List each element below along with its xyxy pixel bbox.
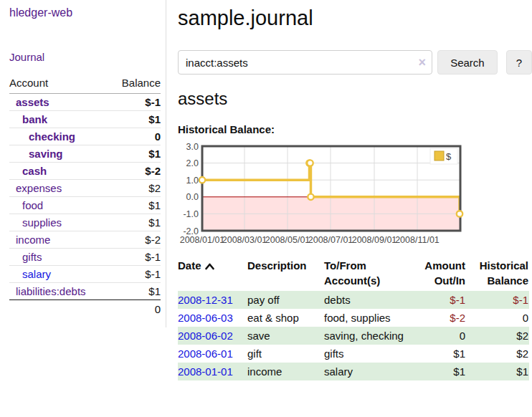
transaction-row: 2008-01-01incomesalary$1$1 bbox=[178, 363, 529, 380]
register-header-row: Date Description To/From Account(s) Amou… bbox=[178, 257, 529, 291]
sort-ascending-icon[interactable] bbox=[205, 263, 214, 270]
account-link[interactable]: salary bbox=[22, 268, 51, 280]
transaction-date-link[interactable]: 2008-01-01 bbox=[178, 365, 233, 378]
account-row: income$-2 bbox=[9, 231, 161, 249]
sidebar-item-journal[interactable]: Journal bbox=[9, 51, 161, 64]
register-table: Date Description To/From Account(s) Amou… bbox=[178, 257, 529, 380]
x-axis-tick-label: 2008/11/01 bbox=[395, 235, 440, 245]
transaction-row: 2008-06-02savesaving, checking0$2 bbox=[178, 327, 529, 345]
chart-data-point[interactable] bbox=[457, 211, 462, 216]
transaction-amount: $-1 bbox=[412, 291, 466, 309]
transaction-row: 2008-12-31pay offdebts$-1$-1 bbox=[178, 291, 529, 309]
account-row: salary$-1 bbox=[9, 266, 161, 283]
transaction-balance: $2 bbox=[466, 327, 529, 345]
accounts-header-balance: Balance bbox=[110, 75, 161, 94]
transaction-accounts: gifts bbox=[324, 345, 412, 363]
transaction-description: pay off bbox=[247, 291, 324, 309]
transaction-description: eat & shop bbox=[247, 309, 324, 327]
account-balance: $-2 bbox=[110, 163, 161, 180]
account-link[interactable]: income bbox=[16, 234, 50, 246]
transaction-date-link[interactable]: 2008-06-02 bbox=[178, 330, 233, 342]
account-link[interactable]: liabilities:debts bbox=[16, 285, 86, 297]
x-axis-tick-label: 2008/01/01 bbox=[180, 235, 225, 245]
transaction-date-link[interactable]: 2008-12-31 bbox=[178, 294, 233, 306]
register-header-date[interactable]: Date bbox=[178, 257, 247, 291]
account-link[interactable]: cash bbox=[22, 165, 47, 177]
x-axis-tick-label: 2008/03/01 bbox=[222, 235, 267, 245]
transaction-accounts: salary bbox=[324, 363, 412, 380]
account-link[interactable]: saving bbox=[29, 148, 63, 160]
transaction-accounts: food, supplies bbox=[324, 309, 412, 327]
transaction-balance: $1 bbox=[466, 363, 529, 380]
chart-data-point[interactable] bbox=[308, 194, 313, 200]
chart-data-point[interactable] bbox=[307, 160, 313, 166]
register-header-amount: Amount Out/In bbox=[412, 257, 466, 291]
account-link[interactable]: assets bbox=[16, 96, 49, 108]
account-link[interactable]: food bbox=[22, 199, 43, 211]
x-axis-tick-label: 2008/05/01 bbox=[265, 235, 310, 245]
account-row: saving$1 bbox=[9, 145, 161, 163]
brand-link[interactable]: hledger-web bbox=[9, 6, 161, 19]
x-axis-tick-label: 2008/07/01 bbox=[308, 235, 353, 245]
transaction-amount: $1 bbox=[412, 363, 466, 380]
transaction-date-link[interactable]: 2008-06-01 bbox=[178, 348, 233, 360]
legend-label: $ bbox=[446, 151, 452, 162]
sidebar: hledger-web Journal Account Balance asse… bbox=[0, 0, 166, 327]
transaction-amount: $1 bbox=[412, 345, 466, 363]
transaction-description: income bbox=[247, 363, 324, 380]
account-link[interactable]: supplies bbox=[22, 216, 62, 229]
transaction-description: save bbox=[247, 327, 324, 345]
help-button[interactable]: ? bbox=[506, 50, 532, 75]
accounts-header-account: Account bbox=[9, 75, 110, 94]
account-balance: $1 bbox=[110, 214, 161, 231]
account-row: supplies$1 bbox=[9, 214, 161, 231]
transaction-description: gift bbox=[247, 345, 324, 363]
y-axis-tick-label: 0.0 bbox=[186, 192, 199, 202]
account-balance: $1 bbox=[110, 197, 161, 214]
account-link[interactable]: bank bbox=[22, 113, 47, 125]
account-link[interactable]: gifts bbox=[22, 251, 42, 263]
transaction-balance: 0 bbox=[466, 309, 529, 327]
account-link[interactable]: expenses bbox=[16, 182, 62, 194]
transaction-amount: 0 bbox=[412, 327, 466, 345]
transaction-accounts: saving, checking bbox=[324, 327, 412, 345]
x-axis-tick-label: 2008/09/01 bbox=[352, 235, 397, 245]
account-balance: $-1 bbox=[110, 94, 161, 111]
account-row: expenses$2 bbox=[9, 180, 161, 197]
account-balance: $1 bbox=[110, 283, 161, 300]
accounts-table: Account Balance assets$-1bank$1checking0… bbox=[9, 75, 161, 317]
accounts-header-row: Account Balance bbox=[9, 75, 161, 94]
chart-title: Historical Balance: bbox=[178, 123, 532, 135]
account-row: gifts$-1 bbox=[9, 249, 161, 266]
transaction-amount: $-2 bbox=[412, 309, 466, 327]
transaction-row: 2008-06-01giftgifts$1$2 bbox=[178, 345, 529, 363]
transaction-row: 2008-06-03eat & shopfood, supplies$-20 bbox=[178, 309, 529, 327]
account-link[interactable]: checking bbox=[29, 130, 75, 143]
accounts-total-spacer bbox=[9, 300, 110, 318]
search-input[interactable] bbox=[178, 50, 432, 75]
account-balance: $-1 bbox=[110, 266, 161, 283]
search-button[interactable]: Search bbox=[437, 50, 498, 75]
search-row: × Search ? bbox=[178, 50, 532, 75]
y-axis-tick-label: 3.0 bbox=[186, 142, 199, 152]
page-title: sample.journal bbox=[178, 6, 532, 30]
account-balance: $1 bbox=[110, 145, 161, 163]
clear-search-icon[interactable]: × bbox=[419, 56, 427, 69]
legend-swatch bbox=[434, 151, 444, 160]
transaction-accounts: debts bbox=[324, 291, 412, 309]
search-box: × bbox=[178, 50, 432, 75]
accounts-total-row: 0 bbox=[9, 300, 161, 318]
account-row: checking0 bbox=[9, 128, 161, 145]
account-balance: 0 bbox=[110, 128, 161, 145]
account-balance: $1 bbox=[110, 111, 161, 128]
y-axis-tick-label: 2.0 bbox=[186, 158, 199, 168]
historical-balance-chart: $3.02.01.00.0-1.0-2.02008/01/012008/03/0… bbox=[178, 140, 532, 248]
account-balance: $2 bbox=[110, 180, 161, 197]
account-heading: assets bbox=[178, 89, 532, 109]
chart-canvas: $3.02.01.00.0-1.0-2.02008/01/012008/03/0… bbox=[178, 140, 495, 248]
transaction-balance: $2 bbox=[466, 345, 529, 363]
chart-data-point[interactable] bbox=[199, 177, 205, 183]
accounts-total-value: 0 bbox=[110, 300, 161, 318]
account-row: food$1 bbox=[9, 197, 161, 214]
transaction-date-link[interactable]: 2008-06-03 bbox=[178, 312, 233, 324]
